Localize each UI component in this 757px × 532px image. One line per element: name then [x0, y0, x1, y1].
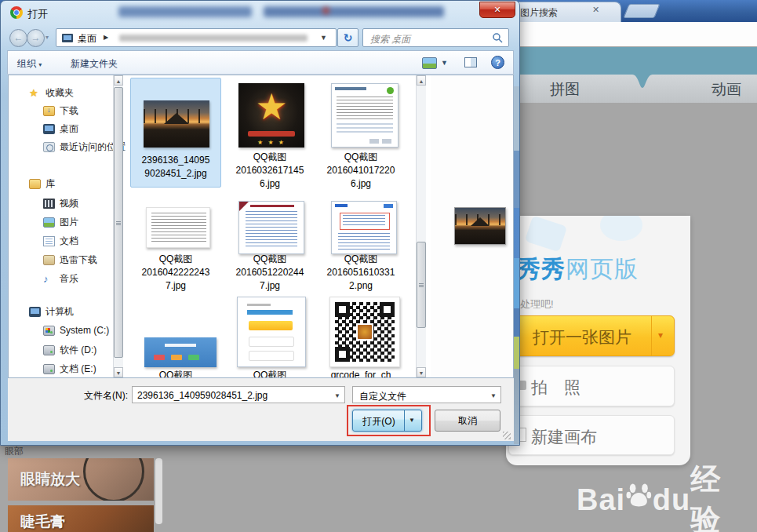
organize-menu[interactable]: 组织 ▾	[17, 57, 42, 71]
open-button[interactable]: 打开(O) ▼	[352, 410, 422, 432]
thumb-detail	[250, 205, 294, 207]
scroll-down-button[interactable]: ▼	[114, 367, 123, 377]
filename-input[interactable]: 2396136_140959028451_2.jpg ▼	[132, 386, 345, 403]
file-list-scrollbar[interactable]: ▲ ▼	[416, 75, 426, 377]
scrollbar-thumb[interactable]	[114, 87, 123, 358]
dialog-close-button[interactable]: ✕	[479, 2, 515, 18]
file-thumbnail-blue-webpage[interactable]	[144, 337, 217, 367]
thumb-detail	[387, 87, 394, 94]
scrollbar-thumb[interactable]	[417, 242, 426, 328]
sidebar-item-documents[interactable]: 文档	[43, 233, 161, 249]
tab-puzzle[interactable]: 拼图	[518, 79, 612, 100]
recent-places-icon	[43, 142, 55, 152]
breadcrumb-location[interactable]: 桌面	[78, 32, 96, 46]
dialog-titlebar[interactable]: 打开	[1, 1, 519, 24]
sidebar-item-videos[interactable]: 视频	[43, 195, 161, 211]
sidebar-item-libraries[interactable]: 库	[29, 176, 147, 191]
sidebar-item-drive-c[interactable]: System (C:)	[43, 322, 161, 338]
file-thumbnail-search-results[interactable]	[331, 201, 397, 254]
sidebar-label: 收藏夹	[45, 86, 74, 100]
logo-light-text: 网页版	[566, 256, 639, 282]
file-name[interactable]: QQ截图	[226, 369, 314, 378]
file-name[interactable]: QQ截图 2016041017220 6.jpg	[317, 151, 405, 191]
sidebar-scrollbar[interactable]: ▲ ▼	[113, 75, 123, 377]
file-name[interactable]: qrcode_for_ch	[317, 369, 405, 378]
filename-value: 2396136_140959028451_2.jpg	[137, 390, 267, 401]
views-button-icon[interactable]	[422, 57, 437, 69]
filetype-dropdown-icon[interactable]: ▼	[490, 392, 497, 399]
filetype-select[interactable]: 自定义文件 ▼	[352, 386, 501, 403]
resize-grip[interactable]	[503, 432, 511, 439]
thumb-detail	[188, 355, 199, 360]
scroll-up-button[interactable]: ▲	[114, 75, 123, 86]
blurred-path-text	[119, 35, 308, 42]
thumb-detail	[239, 202, 249, 211]
file-name[interactable]: QQ截图 2016042222243 7.jpg	[132, 253, 220, 293]
blurred-tab-decoration	[118, 6, 252, 17]
address-dropdown-icon[interactable]: ▼	[320, 34, 327, 42]
file-name[interactable]: QQ截图 2016051610331 2.png	[317, 253, 405, 293]
thumb-detail	[249, 321, 293, 330]
scroll-down-button[interactable]: ▼	[417, 367, 426, 377]
refresh-button[interactable]: ↻	[337, 28, 358, 47]
preview-pane	[431, 75, 514, 377]
sidebar-item-pictures[interactable]: 图片	[43, 214, 161, 230]
feature-card-mascara[interactable]: 睫毛膏	[8, 505, 154, 532]
sidebar-item-favorites[interactable]: ★收藏夹	[29, 85, 147, 100]
sidebar-label: 计算机	[45, 305, 74, 319]
cancel-button[interactable]: 取消	[435, 410, 500, 432]
small-stars: ★ ★ ★	[238, 139, 304, 146]
file-thumbnail-meitu-panel[interactable]	[237, 297, 306, 367]
back-button[interactable]: ←	[9, 29, 27, 47]
search-box[interactable]: 搜索 桌面	[362, 28, 509, 47]
sidebar-item-drive-d[interactable]: 软件 (D:)	[43, 342, 161, 358]
file-name[interactable]: QQ截图 2016032617145 6.jpg	[226, 151, 314, 191]
file-name[interactable]: QQ截图	[132, 369, 220, 378]
feature-card-eye-enlarge[interactable]: 眼睛放大	[8, 458, 154, 501]
meitu-logo: 秀秀网页版	[517, 253, 639, 286]
file-thumbnail-sunset[interactable]	[144, 100, 209, 148]
preview-pane-toggle-icon[interactable]	[464, 57, 477, 67]
qr-pattern	[335, 302, 395, 362]
sidebar-item-computer[interactable]: 计算机	[29, 304, 147, 319]
file-thumbnail-star-badge[interactable]: ★ ★ ★ ★	[238, 83, 304, 148]
sidebar-label: 库	[45, 177, 55, 191]
thumb-detail	[249, 337, 294, 347]
file-name[interactable]: QQ截图 2016051220244 7.jpg	[226, 253, 314, 293]
tab-close-icon[interactable]: ✕	[592, 5, 599, 15]
dialog-title: 打开	[27, 7, 48, 21]
thumb-detail	[338, 233, 390, 250]
new-folder-button[interactable]: 新建文件夹	[71, 57, 118, 71]
thumb-detail	[249, 351, 294, 361]
file-name[interactable]: 2396136_14095 9028451_2.jpg	[132, 154, 220, 180]
picture-icon	[43, 217, 55, 228]
address-breadcrumb-bar[interactable]: 桌面 ▶ ▼	[56, 28, 337, 47]
sidebar-label: 软件 (D:)	[60, 344, 96, 357]
new-tab-button[interactable]	[623, 4, 660, 18]
meitu-start-panel: 秀秀网页版 处理吧! 打开一张图片 ▾ 拍 照 新建画布	[506, 216, 690, 465]
sidebar-label: 视频	[60, 197, 78, 210]
recent-pages-dropdown[interactable]: ▾	[45, 34, 49, 41]
filename-dropdown-icon[interactable]: ▼	[334, 392, 340, 399]
open-a-picture-button[interactable]: 打开一张图片 ▾	[508, 315, 675, 356]
new-canvas-button[interactable]: 新建画布	[508, 415, 675, 455]
star-icon: ★	[29, 88, 41, 98]
scroll-up-button[interactable]: ▲	[417, 75, 426, 86]
file-thumbnail-text-doc[interactable]	[146, 207, 210, 248]
open-dropdown-icon[interactable]: ▼	[409, 417, 415, 424]
breadcrumb-arrow-icon[interactable]: ▶	[104, 34, 108, 41]
file-thumbnail-qrcode[interactable]	[329, 297, 400, 367]
qr-center-logo	[356, 323, 373, 341]
thumb-detail	[171, 355, 182, 360]
tab-notch-decoration	[632, 75, 653, 90]
page-scrollbar-thumb[interactable]	[155, 458, 162, 524]
tab-animation[interactable]: 动画	[679, 79, 757, 100]
take-photo-button[interactable]: 拍 照	[508, 366, 675, 406]
file-thumbnail-dialog-screenshot[interactable]	[331, 83, 399, 148]
views-dropdown-icon[interactable]: ▼	[441, 59, 448, 67]
forward-button[interactable]: →	[27, 29, 45, 47]
card-label: 眼睛放大	[20, 469, 80, 490]
thumb-detail	[247, 304, 271, 306]
help-button[interactable]: ?	[491, 56, 504, 69]
file-thumbnail-red-header-doc[interactable]	[238, 201, 304, 254]
